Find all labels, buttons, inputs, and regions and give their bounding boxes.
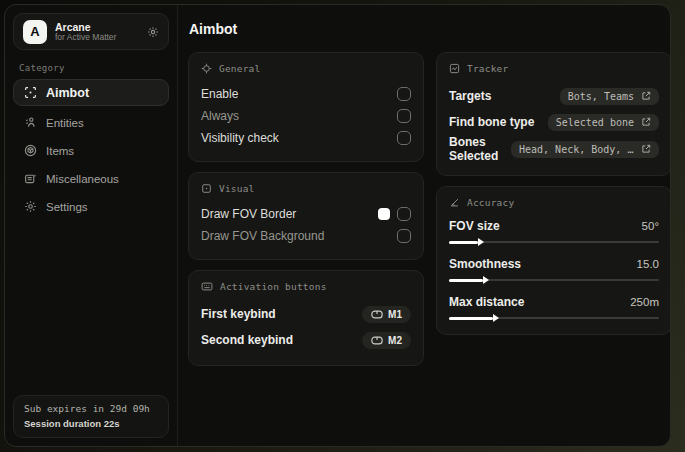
session-duration-text: Session duration 22s xyxy=(24,418,158,429)
setting-row: Targets Bots, Teams xyxy=(449,83,659,109)
first-keybind-button[interactable]: M1 xyxy=(362,306,411,323)
sidebar-item-label: Settings xyxy=(46,201,88,213)
always-checkbox[interactable] xyxy=(397,109,411,123)
sidebar-item-label: Miscellaneous xyxy=(46,173,119,185)
sidebar-item-label: Entities xyxy=(46,117,84,129)
slider-thumb[interactable] xyxy=(483,276,489,284)
setting-row: Draw FOV Background xyxy=(201,225,411,247)
setting-row: First keybind M1 xyxy=(201,301,411,327)
slider-block: Max distance 250m xyxy=(449,293,659,322)
slider-value: 50° xyxy=(642,220,659,232)
expand-icon xyxy=(641,91,651,101)
sidebar-item-entities[interactable]: Entities xyxy=(13,109,169,136)
setting-label: Bones Selected xyxy=(449,135,511,163)
setting-label: Smoothness xyxy=(449,257,521,271)
setting-label: First keybind xyxy=(201,307,276,321)
color-swatch[interactable] xyxy=(378,208,390,220)
crosshair-icon xyxy=(24,86,37,99)
second-keybind-button[interactable]: M2 xyxy=(362,332,411,349)
app-name: Arcane xyxy=(55,21,139,33)
dropdown-value: Head, Neck, Body, Pe.. xyxy=(519,144,634,155)
bones-selected-dropdown[interactable]: Head, Neck, Body, Pe.. xyxy=(511,141,659,158)
enable-checkbox[interactable] xyxy=(397,87,411,101)
slider-block: Smoothness 15.0 xyxy=(449,255,659,284)
setting-label: Visibility check xyxy=(201,131,279,145)
keyboard-icon xyxy=(201,281,213,292)
cube-icon xyxy=(24,144,37,157)
tracker-card: Tracker Targets Bots, Teams Find bone ty… xyxy=(436,52,671,176)
activity-icon xyxy=(449,63,460,74)
subscription-card: Sub expires in 29d 09h Session duration … xyxy=(13,395,169,438)
crosshair-icon xyxy=(201,63,212,74)
main-panel: Aimbot General Enable xyxy=(178,5,671,446)
setting-label: FOV size xyxy=(449,219,500,233)
brand-card: A Arcane for Active Matter xyxy=(13,13,169,50)
keybind-value: M2 xyxy=(388,335,402,346)
section-title: Accuracy xyxy=(467,197,514,208)
setting-row: Always xyxy=(201,105,411,127)
expand-icon xyxy=(641,144,651,154)
gear-icon xyxy=(24,200,37,213)
category-label: Category xyxy=(19,63,163,73)
general-card: General Enable Always Visibility check xyxy=(188,52,424,162)
keyboard-icon xyxy=(24,172,37,185)
sidebar-item-settings[interactable]: Settings xyxy=(13,193,169,220)
sidebar-item-aimbot[interactable]: Aimbot xyxy=(13,79,169,106)
slider-block: FOV size 50° xyxy=(449,217,659,246)
sidebar-item-label: Aimbot xyxy=(46,86,89,100)
slider-value: 250m xyxy=(630,296,659,308)
dropdown-value: Selected bone xyxy=(556,117,634,128)
setting-row: Enable xyxy=(201,83,411,105)
find-bone-type-dropdown[interactable]: Selected bone xyxy=(548,114,659,131)
setting-label: Second keybind xyxy=(201,333,293,347)
fov-background-checkbox[interactable] xyxy=(397,229,411,243)
targets-dropdown[interactable]: Bots, Teams xyxy=(560,88,659,105)
mouse-icon xyxy=(371,310,383,319)
section-title: Visual xyxy=(219,183,255,194)
slider-value: 15.0 xyxy=(637,258,659,270)
fov-size-slider[interactable] xyxy=(449,238,659,246)
slider-thumb[interactable] xyxy=(478,238,484,246)
activation-card: Activation buttons First keybind M1 xyxy=(188,270,424,366)
setting-label: Find bone type xyxy=(449,115,534,129)
keybind-value: M1 xyxy=(388,309,402,320)
setting-label: Enable xyxy=(201,87,238,101)
fov-border-checkbox[interactable] xyxy=(397,207,411,221)
app-window: A Arcane for Active Matter Category Aimb xyxy=(4,4,671,447)
setting-label: Always xyxy=(201,109,239,123)
section-title: General xyxy=(219,63,260,74)
setting-row: Visibility check xyxy=(201,127,411,149)
sidebar-item-miscellaneous[interactable]: Miscellaneous xyxy=(13,165,169,192)
visibility-check-checkbox[interactable] xyxy=(397,131,411,145)
visual-card: Visual Draw FOV Border Draw FOV Backgrou… xyxy=(188,172,424,260)
max-distance-slider[interactable] xyxy=(449,314,659,322)
entities-icon xyxy=(24,116,37,129)
sidebar-item-items[interactable]: Items xyxy=(13,137,169,164)
accuracy-card: Accuracy FOV size 50° xyxy=(436,186,671,335)
setting-row: Bones Selected Head, Neck, Body, Pe.. xyxy=(449,135,659,163)
dropdown-value: Bots, Teams xyxy=(568,91,634,102)
setting-label: Max distance xyxy=(449,295,524,309)
section-title: Tracker xyxy=(467,63,508,74)
sidebar-item-label: Items xyxy=(46,145,74,157)
app-logo: A xyxy=(23,20,47,44)
expand-icon xyxy=(641,117,651,127)
smoothness-slider[interactable] xyxy=(449,276,659,284)
setting-row: Find bone type Selected bone xyxy=(449,109,659,135)
setting-label: Draw FOV Border xyxy=(201,207,296,221)
app-subtitle: for Active Matter xyxy=(55,33,139,43)
sidebar: A Arcane for Active Matter Category Aimb xyxy=(5,5,178,446)
setting-row: Draw FOV Border xyxy=(201,203,411,225)
setting-label: Draw FOV Background xyxy=(201,229,324,243)
frame-icon xyxy=(201,183,212,194)
gear-icon[interactable] xyxy=(147,26,159,38)
setting-label: Targets xyxy=(449,89,491,103)
setting-row: Second keybind M2 xyxy=(201,327,411,353)
slider-thumb[interactable] xyxy=(493,314,499,322)
angle-icon xyxy=(449,197,460,208)
section-title: Activation buttons xyxy=(220,281,327,292)
page-title: Aimbot xyxy=(189,21,671,37)
mouse-icon xyxy=(371,336,383,345)
sub-expires-text: Sub expires in 29d 09h xyxy=(24,403,158,414)
